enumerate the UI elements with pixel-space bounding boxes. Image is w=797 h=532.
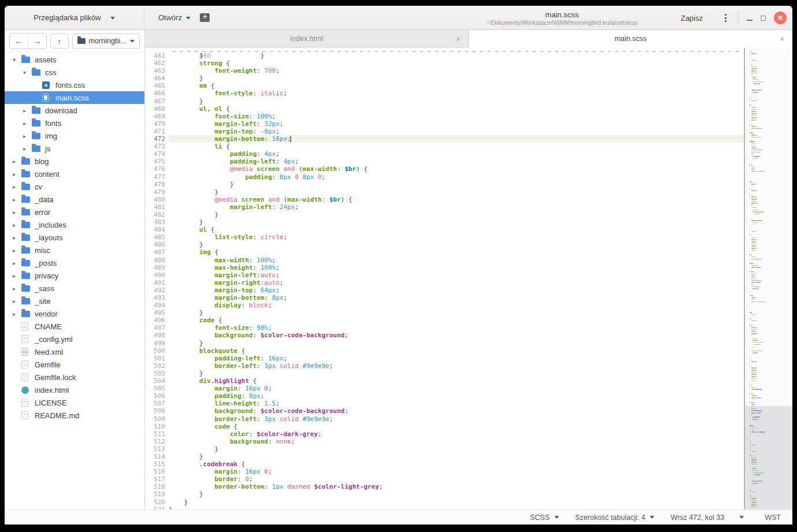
code-line-508[interactable]: 508 background: $color-code-background; [145,407,744,415]
code-line-490[interactable]: 490 margin-left:auto; [145,271,744,279]
code-line-466[interactable]: 466 font-style: italic; [145,90,744,97]
back-button[interactable]: ← [10,34,28,49]
chevron-right-icon[interactable]: ▸ [12,209,21,215]
tree-item-blog[interactable]: ▸blog [5,155,144,168]
code-line-484[interactable]: 484 ul { [145,226,744,233]
tree-item-error[interactable]: ▸error [5,206,144,218]
code-line-478[interactable]: 478 } [145,181,744,188]
tree-item-misc[interactable]: ▸misc [5,244,144,256]
chevron-down-icon[interactable]: ▾ [22,69,32,76]
tree-item-fonts.css[interactable]: afonts.css [5,79,144,91]
close-tab-icon[interactable]: × [780,30,784,47]
code-line-518[interactable]: 518 border-bottom: 1px dashed $color-lig… [145,483,744,490]
tree-item-content[interactable]: ▸content [5,168,144,180]
code-line-477[interactable]: 477 padding: 8px 0 8px 0; [145,173,744,181]
code-line-505[interactable]: 505 margin: 16px 0; [145,385,744,392]
chevron-right-icon[interactable]: ▸ [12,285,21,292]
open-button[interactable]: Otwórz [158,13,191,22]
code-line-492[interactable]: 492 margin-top: 64px; [145,287,744,294]
minimap[interactable] [744,48,792,509]
code-line-502[interactable]: 502 border-left: 3px solid #9e9e9e; [145,362,744,370]
chevron-right-icon[interactable]: ▸ [12,273,21,279]
tree-item-_sass[interactable]: ▸_sass [5,282,144,295]
code-line-516[interactable]: 516 margin: 16px 0; [145,468,744,475]
code-line-500[interactable]: 500 blockquote { [145,347,744,355]
code-line-487[interactable]: 487 img { [145,248,744,256]
chevron-right-icon[interactable]: ▸ [12,158,21,165]
close-tab-icon[interactable]: × [456,30,460,47]
code-line-486[interactable]: 486 } [145,241,744,248]
code-line-491[interactable]: 491 margin-right:auto; [145,279,744,287]
code-line-520[interactable]: 520 } [145,498,744,506]
tree-item-feed.xml[interactable]: <>feed.xml [5,345,144,358]
code-line-506[interactable]: 506 padding: 8px; [145,392,744,400]
insert-mode-indicator[interactable]: WST [759,514,792,522]
tree-item-css[interactable]: ▾css [5,66,144,79]
tree-item-Gemfile.lock[interactable]: Gemfile.lock [5,371,144,384]
code-line-479[interactable]: 479 } [145,188,744,196]
chevron-right-icon[interactable]: ▸ [12,247,21,254]
code-line-472[interactable]: 472 margin-bottom: 16px; [145,135,744,143]
code-line-501[interactable]: 501 padding-left: 16px; [145,355,744,362]
chevron-right-icon[interactable]: ▸ [12,311,21,317]
code-line-469[interactable]: 469 font-size: 100%; [145,113,744,120]
tree-item-Gemfile[interactable]: Gemfile [5,358,144,371]
code-line-476[interactable]: 476 @media screen and (max-width: $br) { [145,165,744,173]
up-button[interactable]: ↑ [50,34,69,49]
code-line-497[interactable]: 497 font-size: 90%; [145,324,744,332]
menu-button[interactable] [721,12,730,24]
code-line-467[interactable]: 467 } [145,98,744,105]
chevron-right-icon[interactable]: ▸ [12,184,21,190]
code-line-480[interactable]: 480 @media screen and (max-width: $br) { [145,196,744,203]
tree-item-CNAME[interactable]: CNAME [5,320,144,333]
code-line-473[interactable]: 473 li { [145,143,744,150]
tree-item-vendor[interactable]: ▸vendor [5,307,144,320]
code-editor[interactable]: 460 } 461 }462 strong {463 font-weight: … [145,48,792,509]
code-line-489[interactable]: 489 max-height: 100%; [145,264,744,271]
tab-main.scss[interactable]: main.scss× [469,30,792,48]
tree-item-_config.yml[interactable]: _config.yml [5,333,144,345]
tree-item-_posts[interactable]: ▸_posts [5,256,144,269]
code-line-471[interactable]: 471 margin-top: -8px; [145,128,744,135]
tree-item-LICENSE[interactable]: LICENSE [5,396,144,409]
chevron-right-icon[interactable]: ▸ [12,235,21,241]
code-line-488[interactable]: 488 max-width: 100%; [145,256,744,264]
sidebar-mode-selector[interactable]: Przeglądarka plików [5,6,144,29]
code-line-481[interactable]: 481 margin-left: 24px; [145,203,744,211]
location-dropdown[interactable]: morningbi... [72,34,140,49]
code-line-465[interactable]: 465 em { [145,82,744,90]
code-line-521[interactable]: 521} [145,506,744,509]
code-line-519[interactable]: 519 } [145,490,744,498]
code-line-517[interactable]: 517 border: 0; [145,475,744,483]
code-line-510[interactable]: 510 code { [145,423,744,430]
code-line-493[interactable]: 493 margin-bottom: 8px; [145,294,744,302]
close-button[interactable]: ✕ [774,12,787,24]
code-line-504[interactable]: 504 div.highlight { [145,377,744,385]
chevron-right-icon[interactable]: ▸ [12,298,21,304]
forward-button[interactable]: → [28,34,46,49]
code-line-463[interactable]: 463 font-weight: 700; [145,67,744,75]
code-line-511[interactable]: 511 color: $color-dark-grey; [145,430,744,438]
code-line-512[interactable]: 512 background: none; [145,438,744,445]
code-line-515[interactable]: 515 .codebreak { [145,460,744,468]
chevron-right-icon[interactable]: ▸ [12,260,21,266]
restore-button[interactable] [761,16,766,21]
code-line-462[interactable]: 462 strong { [145,59,744,67]
code-line-461[interactable]: 461 } [145,52,744,59]
code-line-513[interactable]: 513 } [145,445,744,453]
cursor-position-selector[interactable]: Wrsz 472, kol 33 [662,514,759,522]
code-line-474[interactable]: 474 padding: 4px; [145,150,744,158]
chevron-right-icon[interactable]: ▸ [12,171,21,177]
new-document-button[interactable] [200,13,210,22]
code-line-482[interactable]: 482 } [145,211,744,218]
chevron-right-icon[interactable]: ▸ [22,146,32,152]
language-selector[interactable]: SCSS [522,514,567,522]
chevron-right-icon[interactable]: ▸ [22,107,32,114]
tree-item-_site[interactable]: ▸_site [5,295,144,307]
chevron-right-icon[interactable]: ▸ [12,222,21,228]
chevron-down-icon[interactable]: ▾ [12,57,21,63]
minimize-button[interactable] [747,15,753,21]
tree-item-index.html[interactable]: index.html [5,384,144,396]
code-area[interactable]: 460 } 461 }462 strong {463 font-weight: … [145,48,744,509]
code-line-503[interactable]: 503 } [145,370,744,377]
